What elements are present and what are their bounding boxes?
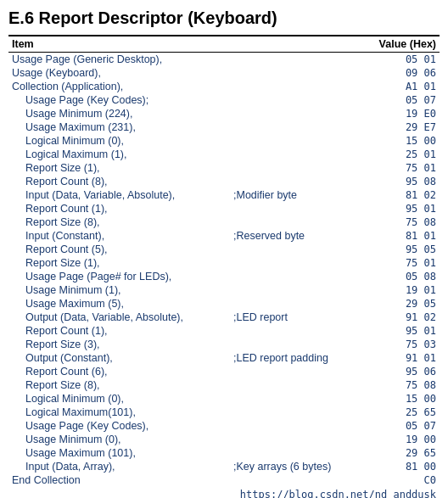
item-cell: Report Size (3), [8,338,230,351]
item-cell: Usage Minimum (224), [8,107,230,120]
table-row: Usage Page (Page# for LEDs),05 08 [8,270,440,283]
table-row: Usage (Keyboard),09 06 [8,66,440,80]
item-cell: Usage Page (Page# for LEDs), [8,270,230,283]
comment-cell [230,338,360,351]
value-cell: 29 E7 [360,120,440,134]
value-cell: 81 00 [360,460,440,473]
table-row: Report Size (8),75 08 [8,215,440,229]
item-cell: Logical Maximum(101), [8,406,230,419]
footer-row: https://blog.csdn.net/nd_anddusk [8,487,440,498]
item-cell: Report Count (1), [8,202,230,215]
value-cell: 95 05 [360,243,440,256]
item-cell: Usage Maximum (231), [8,120,230,134]
comment-cell [230,365,360,378]
comment-cell: ;LED report [230,311,360,324]
value-cell: 95 01 [360,324,440,338]
table-row: Usage Page (Key Codes);05 07 [8,93,440,107]
value-cell: 25 65 [360,406,440,419]
item-cell: Logical Minimum (0), [8,392,230,406]
comment-cell [230,433,360,446]
table-row: Logical Minimum (0),15 00 [8,134,440,148]
comment-cell [230,120,360,134]
item-cell: Report Count (6), [8,365,230,378]
value-cell: 05 07 [360,419,440,433]
value-cell: 75 03 [360,338,440,351]
item-cell: Usage Maximum (101), [8,446,230,460]
value-cell: 05 01 [360,53,440,67]
item-cell: End Collection [8,473,230,487]
comment-cell [230,53,360,67]
value-cell: 95 06 [360,365,440,378]
col-item-header: Item [8,36,360,53]
table-row: Usage Page (Generic Desktop),05 01 [8,53,440,67]
value-cell: 29 65 [360,446,440,460]
value-cell: 95 08 [360,175,440,188]
value-cell: 81 01 [360,229,440,243]
table-row: Logical Minimum (0),15 00 [8,392,440,406]
table-row: Usage Page (Key Codes),05 07 [8,419,440,433]
item-cell: Input (Data, Variable, Absolute), [8,188,230,202]
comment-cell [230,134,360,148]
comment-cell: ;Modifier byte [230,188,360,202]
table-row: Input (Data, Array),;Key arrays (6 bytes… [8,460,440,473]
table-row: Usage Maximum (101),29 65 [8,446,440,460]
value-cell: 09 06 [360,66,440,80]
value-cell: 29 05 [360,297,440,311]
page-container: E.6 Report Descriptor (Keyboard) Item Va… [0,0,448,498]
table-row: Report Count (6),95 06 [8,365,440,378]
value-cell: 15 00 [360,134,440,148]
table-row: End CollectionC0 [8,473,440,487]
item-cell: Logical Minimum (0), [8,134,230,148]
value-cell: 91 01 [360,351,440,365]
item-cell: Report Count (8), [8,175,230,188]
comment-cell [230,406,360,419]
item-cell: Collection (Application), [8,80,230,93]
comment-cell: ;LED report padding [230,351,360,365]
comment-cell [230,473,360,487]
item-cell: Usage Minimum (1), [8,283,230,297]
comment-cell [230,283,360,297]
table-row: Usage Maximum (5),29 05 [8,297,440,311]
table-row: Report Count (5),95 05 [8,243,440,256]
item-cell: Usage (Keyboard), [8,66,230,80]
comment-cell: ;Reserved byte [230,229,360,243]
col-value-header: Value (Hex) [360,36,440,53]
comment-cell [230,93,360,107]
item-cell: Usage Maximum (5), [8,297,230,311]
item-cell: Report Count (1), [8,324,230,338]
table-row: Usage Minimum (1),19 01 [8,283,440,297]
footer-text: https://blog.csdn.net/nd_anddusk [8,487,440,498]
comment-cell [230,107,360,120]
value-cell: 05 07 [360,93,440,107]
value-cell: 05 08 [360,270,440,283]
value-cell: A1 01 [360,80,440,93]
item-cell: Logical Maximum (1), [8,148,230,161]
item-cell: Usage Minimum (0), [8,433,230,446]
item-cell: Usage Page (Generic Desktop), [8,53,230,67]
comment-cell [230,161,360,175]
table-row: Collection (Application),A1 01 [8,80,440,93]
value-cell: 75 08 [360,378,440,392]
item-cell: Report Size (8), [8,215,230,229]
value-cell: 15 00 [360,392,440,406]
table-row: Report Count (1),95 01 [8,202,440,215]
comment-cell [230,324,360,338]
comment-cell [230,148,360,161]
comment-cell [230,80,360,93]
table-row: Input (Data, Variable, Absolute),;Modifi… [8,188,440,202]
value-cell: 91 02 [360,311,440,324]
value-cell: 81 02 [360,188,440,202]
table-row: Report Count (1),95 01 [8,324,440,338]
value-cell: 19 01 [360,283,440,297]
table-row: Report Size (1),75 01 [8,256,440,270]
table-row: Logical Maximum(101),25 65 [8,406,440,419]
descriptor-table: Item Value (Hex) Usage Page (Generic Des… [8,35,440,498]
table-row: Usage Minimum (0),19 00 [8,433,440,446]
value-cell: 19 00 [360,433,440,446]
item-cell: Report Count (5), [8,243,230,256]
comment-cell [230,446,360,460]
table-row: Output (Constant),;LED report padding91 … [8,351,440,365]
page-title: E.6 Report Descriptor (Keyboard) [8,8,440,28]
table-row: Output (Data, Variable, Absolute),;LED r… [8,311,440,324]
comment-cell [230,243,360,256]
